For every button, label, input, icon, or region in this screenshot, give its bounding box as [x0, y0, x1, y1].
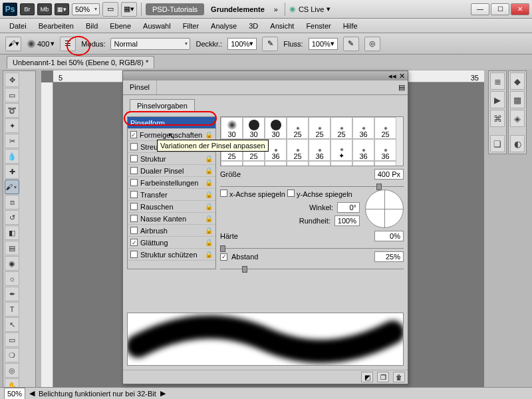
menu-datei[interactable]: Datei: [4, 20, 32, 32]
marquee-tool[interactable]: ▭: [5, 88, 19, 102]
opacity-pressure-icon[interactable]: ✎: [262, 37, 278, 51]
status-next-icon[interactable]: ▶: [160, 389, 166, 398]
option-checkbox[interactable]: [130, 251, 138, 258]
actions-panel-icon[interactable]: ▶: [490, 91, 505, 108]
lasso-tool[interactable]: ➰: [5, 103, 19, 118]
brush-thumb[interactable]: 36: [374, 139, 396, 161]
brush-thumb[interactable]: 36: [309, 139, 331, 161]
brush-presets-button[interactable]: Pinselvorgaben: [130, 99, 195, 112]
brush-thumb[interactable]: 46: [352, 161, 374, 166]
view-extras-icon[interactable]: ▭: [102, 2, 118, 17]
gradient-tool[interactable]: ▤: [5, 241, 19, 255]
brush-thumb[interactable]: 25: [331, 117, 352, 139]
status-zoom[interactable]: 50%: [4, 388, 25, 400]
workspace-name[interactable]: Grundelemente: [207, 3, 269, 15]
stamp-tool[interactable]: ⧈: [5, 195, 19, 209]
option-checkbox[interactable]: [130, 227, 138, 234]
lock-icon[interactable]: 🔒: [205, 227, 213, 234]
delete-brush-icon[interactable]: 🗑: [393, 372, 405, 382]
blur-tool[interactable]: ◉: [5, 256, 19, 271]
size-value[interactable]: 400 Px: [374, 169, 404, 180]
menu-analyse[interactable]: Analyse: [205, 20, 242, 32]
arrange-icon[interactable]: ▦▾: [121, 2, 137, 17]
mode-select[interactable]: Normal: [110, 38, 190, 50]
option-checkbox[interactable]: [130, 143, 138, 150]
type-tool[interactable]: T: [5, 302, 19, 317]
option-checkbox[interactable]: [130, 155, 138, 162]
brush-thumb[interactable]: 25: [287, 139, 309, 161]
option-checkbox[interactable]: [130, 179, 138, 186]
brush-thumb[interactable]: 30: [265, 117, 287, 139]
brush-preset-picker[interactable]: 400▾: [27, 39, 55, 49]
option-checkbox[interactable]: [130, 203, 138, 210]
brush-option-dualer-pinsel[interactable]: Dualer Pinsel🔒: [128, 165, 215, 177]
minibridge-icon[interactable]: Mb: [37, 3, 52, 15]
panel-tab-pinsel[interactable]: Pinsel: [123, 80, 157, 94]
close-button[interactable]: ✕: [511, 3, 529, 15]
brush-thumb[interactable]: 36: [352, 139, 374, 161]
pen-tool[interactable]: ✒: [5, 287, 19, 301]
lock-icon[interactable]: 🔒: [205, 155, 213, 162]
flipy-checkbox[interactable]: [287, 190, 295, 197]
status-prev-icon[interactable]: ◀: [29, 389, 35, 398]
menu-filter[interactable]: Filter: [178, 20, 204, 32]
crop-tool[interactable]: ✂: [5, 134, 19, 148]
brush-thumb[interactable]: 30: [221, 117, 243, 139]
brush-thumb[interactable]: 30: [243, 117, 265, 139]
swatches-panel-icon[interactable]: ▦: [510, 91, 525, 108]
option-checkbox[interactable]: ✓: [130, 131, 137, 138]
lock-icon[interactable]: 🔒: [205, 251, 213, 258]
hardness-slider[interactable]: [220, 248, 404, 249]
size-slider[interactable]: [220, 186, 404, 187]
document-tab[interactable]: Unbenannt-1 bei 50% (Ebene 0, RGB/8) *: [7, 56, 154, 68]
brush-panel-toggle[interactable]: ☰: [60, 37, 76, 51]
panel-close-icon[interactable]: ✕: [399, 72, 405, 80]
styles-panel-icon[interactable]: ◈: [510, 110, 525, 127]
airbrush-icon[interactable]: ✎: [343, 37, 359, 51]
history-panel-icon[interactable]: ≣: [490, 72, 505, 90]
zoom-select[interactable]: 50%: [72, 3, 100, 15]
flow-field[interactable]: 100% ▾: [309, 38, 338, 50]
lock-icon[interactable]: 🔒: [205, 215, 213, 222]
menu-3d[interactable]: 3D: [243, 20, 263, 32]
brush-thumb[interactable]: 36: [352, 117, 374, 139]
cslive-button[interactable]: ◉CS Live▾: [289, 5, 331, 13]
panel-header[interactable]: ◂◂✕: [123, 71, 408, 80]
brush-thumb[interactable]: 39: [331, 161, 352, 166]
move-tool[interactable]: ✥: [5, 72, 19, 87]
brush-option-nasse-kanten[interactable]: Nasse Kanten🔒: [128, 213, 215, 225]
brush-option-struktur[interactable]: Struktur🔒: [128, 153, 215, 165]
brush-option-struktur-schützen[interactable]: Struktur schützen🔒: [128, 249, 215, 261]
eraser-tool[interactable]: ◧: [5, 225, 19, 240]
brush-thumb[interactable]: 25: [309, 117, 331, 139]
healing-tool[interactable]: ✚: [5, 164, 19, 179]
menu-hilfe[interactable]: Hilfe: [338, 20, 363, 32]
roundness-value[interactable]: 100%: [334, 215, 360, 226]
brush-option-transfer[interactable]: Transfer🔒: [128, 189, 215, 201]
panel-collapse-icon[interactable]: ◂◂: [388, 72, 396, 80]
dodge-tool[interactable]: ☼: [5, 271, 19, 286]
menu-ansicht[interactable]: Ansicht: [265, 20, 299, 32]
lock-icon[interactable]: 🔒: [205, 131, 213, 138]
lock-icon[interactable]: 🔒: [205, 191, 213, 198]
brush-option-glättung[interactable]: ✓Glättung🔒: [128, 237, 215, 249]
spacing-checkbox[interactable]: ✓: [220, 253, 227, 261]
brush-thumb[interactable]: ✦: [331, 139, 352, 161]
option-checkbox[interactable]: ✓: [130, 239, 138, 246]
history-brush-tool[interactable]: ↺: [5, 210, 19, 225]
brush-thumb[interactable]: 59: [374, 161, 396, 166]
bridge-icon[interactable]: Br: [20, 3, 35, 15]
brush-thumb[interactable]: 14: [309, 161, 331, 166]
option-checkbox[interactable]: [130, 191, 138, 198]
workspace-button[interactable]: PSD-Tutorials: [146, 3, 204, 15]
shape-tool[interactable]: ▭: [5, 332, 19, 347]
brush-thumb[interactable]: 36: [243, 161, 265, 166]
lock-icon[interactable]: 🔒: [205, 167, 213, 174]
tool-preset-icon[interactable]: 🖌▾: [5, 37, 21, 51]
workspace-more-icon[interactable]: »: [271, 3, 281, 15]
brush-thumb[interactable]: 32: [265, 161, 287, 166]
menu-ebene[interactable]: Ebene: [104, 20, 136, 32]
brush-option-farbeinstellungen[interactable]: Farbeinstellungen🔒: [128, 177, 215, 189]
brush-tool[interactable]: 🖌: [5, 180, 19, 194]
tablet-pressure-icon[interactable]: ◎: [364, 37, 380, 51]
